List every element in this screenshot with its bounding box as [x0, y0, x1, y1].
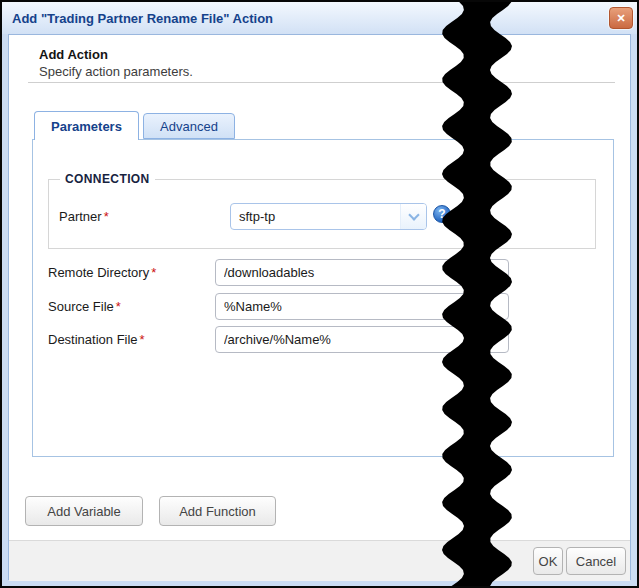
cancel-button[interactable]: Cancel — [566, 547, 626, 575]
required-marker: * — [151, 265, 156, 280]
source-file-input[interactable] — [215, 293, 509, 320]
header-divider — [28, 82, 615, 83]
ok-button[interactable]: OK — [533, 547, 563, 575]
add-function-button[interactable]: Add Function — [159, 496, 276, 526]
chevron-down-icon — [408, 209, 419, 220]
partner-select-trigger[interactable] — [400, 204, 426, 229]
destination-file-label: Destination File* — [48, 326, 145, 353]
tab-parameters[interactable]: Parameters — [34, 111, 139, 140]
remote-directory-input[interactable] — [215, 259, 509, 286]
help-icon[interactable]: ? — [433, 205, 451, 223]
connection-legend: CONNECTION — [60, 172, 155, 186]
section-heading: Add Action — [39, 47, 108, 62]
dialog-title: Add "Trading Partner Rename File" Action — [12, 11, 273, 26]
remote-directory-label: Remote Directory* — [48, 259, 156, 286]
close-icon[interactable]: ✕ — [609, 7, 633, 29]
partner-select[interactable]: sftp-tp — [230, 203, 427, 230]
section-subtitle: Specify action parameters. — [39, 64, 193, 79]
required-marker: * — [116, 299, 121, 314]
partner-select-value: sftp-tp — [231, 204, 400, 229]
dialog-titlebar: Add "Trading Partner Rename File" Action — [2, 2, 637, 34]
tab-advanced[interactable]: Advanced — [143, 113, 235, 139]
destination-file-input[interactable] — [215, 326, 509, 353]
add-variable-button[interactable]: Add Variable — [25, 496, 143, 526]
dialog-window: Add "Trading Partner Rename File" Action… — [0, 0, 639, 588]
source-file-label: Source File* — [48, 293, 121, 320]
required-marker: * — [140, 332, 145, 347]
partner-label: Partner* — [59, 203, 109, 230]
required-marker: * — [104, 209, 109, 224]
